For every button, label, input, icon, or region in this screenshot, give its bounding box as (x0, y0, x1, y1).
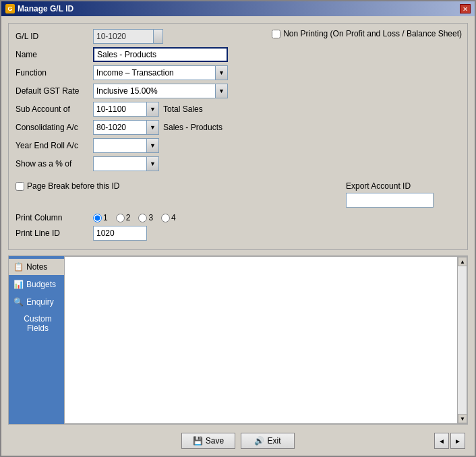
title-bar: G Manage G/L ID ✕ (1, 1, 475, 16)
tab-enquiry[interactable]: 🔍 Enquiry (9, 294, 64, 310)
name-row: Name (16, 47, 460, 62)
nav-next-arrow[interactable]: ► (450, 433, 465, 449)
tab-budgets[interactable]: 📊 Budgets (9, 276, 64, 293)
tab-enquiry-label: Enquiry (26, 297, 54, 307)
export-account-input[interactable] (346, 193, 434, 208)
tab-notes[interactable]: 📋 Notes (9, 259, 64, 275)
print-col-1-radio[interactable] (93, 214, 102, 222)
tab-custom-fields-label: Custom Fields (16, 314, 60, 333)
tab-content: ▲ ▼ (64, 256, 467, 424)
print-col-1[interactable]: 1 (93, 213, 108, 222)
consolidating-label: Consolidating A/c (16, 123, 93, 132)
show-as-dropdown-arrow[interactable]: ▼ (147, 156, 159, 171)
print-col-3[interactable]: 3 (138, 213, 153, 222)
year-end-row: Year End Roll A/c ▼ (16, 138, 460, 153)
year-end-dropdown-arrow[interactable]: ▼ (147, 138, 159, 153)
print-col-4[interactable]: 4 (161, 213, 176, 222)
page-break-label: Page Break before this ID (27, 181, 119, 191)
page-break-checkbox[interactable] (16, 182, 24, 191)
tab-custom-fields[interactable]: Custom Fields (9, 311, 64, 336)
tab-scrollbar: ▲ ▼ (457, 257, 467, 423)
exit-button[interactable]: 🔊 Exit (241, 433, 295, 449)
print-column-label: Print Column (16, 213, 93, 222)
function-row: Function ▼ (16, 65, 460, 80)
budgets-icon: 📊 (13, 279, 24, 290)
gl-id-input (93, 29, 154, 44)
exit-icon: 🔊 (254, 436, 264, 446)
name-label: Name (16, 50, 93, 59)
footer: 💾 Save 🔊 Exit ◄ ► (5, 430, 471, 452)
print-col-2-radio[interactable] (116, 214, 125, 222)
save-label: Save (206, 436, 224, 446)
print-line-input[interactable] (93, 226, 147, 241)
show-as-label: Show as a % of (16, 159, 93, 169)
gst-row: Default GST Rate ▼ (16, 84, 460, 98)
tab-notes-label: Notes (26, 262, 47, 272)
tab-sidebar: 📋 Notes 📊 Budgets 🔍 Enquiry Custom Field… (9, 256, 64, 424)
bottom-panel: 📋 Notes 📊 Budgets 🔍 Enquiry Custom Field… (8, 255, 468, 425)
sub-account-row: Sub Account of ▼ Total Sales (16, 102, 460, 117)
show-as-input[interactable] (93, 156, 147, 171)
function-dropdown-arrow[interactable]: ▼ (216, 65, 228, 80)
sub-account-dropdown-arrow[interactable]: ▼ (147, 102, 159, 117)
save-icon: 💾 (193, 436, 203, 446)
print-col-2[interactable]: 2 (116, 213, 131, 222)
print-columns-group: 1 2 3 4 (93, 213, 176, 222)
nav-prev-arrow[interactable]: ◄ (434, 433, 449, 449)
close-button[interactable]: ✕ (460, 4, 471, 13)
function-input[interactable] (93, 65, 216, 80)
print-line-row: Print Line ID (16, 226, 460, 241)
consolidating-input[interactable] (93, 120, 147, 135)
exit-label: Exit (267, 436, 280, 446)
gl-id-label: G/L ID (16, 32, 93, 41)
scrollbar-track (458, 266, 467, 414)
sub-account-input[interactable] (93, 102, 147, 117)
save-button[interactable]: 💾 Save (181, 433, 235, 449)
main-window: G Manage G/L ID ✕ Non Printing (On Profi… (0, 0, 476, 457)
print-column-row: Print Column 1 2 3 4 (16, 213, 460, 222)
nav-arrows: ◄ ► (434, 433, 465, 449)
consolidating-row: Consolidating A/c ▼ Sales - Products (16, 120, 460, 135)
gst-dropdown-arrow[interactable]: ▼ (216, 84, 228, 98)
consolidating-desc: Sales - Products (163, 123, 222, 132)
function-label: Function (16, 68, 93, 78)
show-as-row: Show as a % of ▼ (16, 156, 460, 171)
scrollbar-up[interactable]: ▲ (458, 257, 467, 266)
sub-account-label: Sub Account of (16, 104, 93, 114)
tab-budgets-label: Budgets (26, 280, 56, 289)
sub-account-desc: Total Sales (163, 104, 203, 114)
non-printing-section: Non Printing (On Profit and Loss / Balan… (272, 29, 462, 38)
gst-input[interactable] (93, 84, 216, 98)
page-break-section: Page Break before this ID (16, 181, 119, 191)
gst-label: Default GST Rate (16, 86, 93, 96)
notes-icon: 📋 (13, 262, 24, 272)
name-input[interactable] (93, 47, 228, 62)
print-col-3-radio[interactable] (138, 214, 147, 222)
export-account-section: Export Account ID (346, 181, 434, 208)
year-end-label: Year End Roll A/c (16, 141, 93, 150)
middle-row: Page Break before this ID Export Account… (16, 181, 460, 208)
consolidating-dropdown-arrow[interactable]: ▼ (147, 120, 159, 135)
window-icon: G (5, 4, 15, 13)
print-line-label: Print Line ID (16, 228, 93, 238)
non-printing-label: Non Printing (On Profit and Loss / Balan… (283, 29, 462, 38)
title-bar-left: G Manage G/L ID (5, 4, 73, 13)
main-form-panel: Non Printing (On Profit and Loss / Balan… (8, 23, 468, 250)
export-account-label: Export Account ID (346, 181, 434, 191)
year-end-input[interactable] (93, 138, 147, 153)
scrollbar-down[interactable]: ▼ (458, 414, 467, 423)
print-col-4-radio[interactable] (161, 214, 170, 222)
enquiry-icon: 🔍 (13, 297, 24, 307)
gl-id-dropdown-arrow[interactable] (154, 29, 163, 44)
window-title: Manage G/L ID (18, 4, 73, 13)
non-printing-checkbox[interactable] (272, 30, 280, 38)
